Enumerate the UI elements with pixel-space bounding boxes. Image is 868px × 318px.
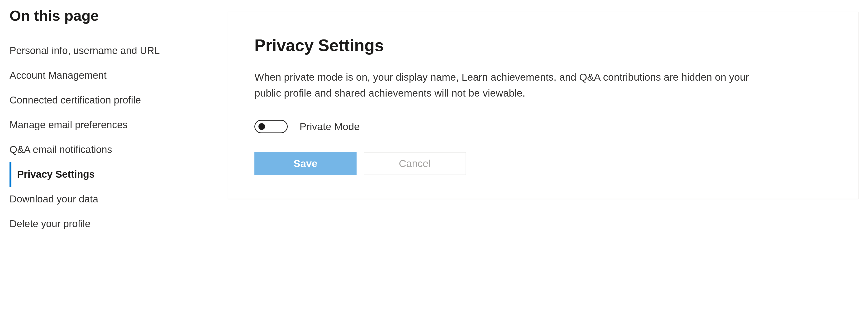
sidebar-item-email-preferences[interactable]: Manage email preferences <box>9 113 209 137</box>
on-this-page-nav: On this page Personal info, username and… <box>9 7 209 236</box>
toggle-knob-icon <box>258 123 265 130</box>
sidebar-link[interactable]: Connected certification profile <box>9 94 141 106</box>
sidebar-link[interactable]: Privacy Settings <box>17 169 95 180</box>
sidebar-item-personal-info[interactable]: Personal info, username and URL <box>9 38 209 63</box>
sidebar-link[interactable]: Delete your profile <box>9 218 91 229</box>
sidebar-link[interactable]: Account Management <box>9 70 107 81</box>
sidebar-item-delete-profile[interactable]: Delete your profile <box>9 211 209 236</box>
card-title: Privacy Settings <box>254 36 832 55</box>
private-mode-row: Private Mode <box>254 120 832 133</box>
sidebar-link[interactable]: Personal info, username and URL <box>9 45 160 56</box>
sidebar-item-qa-email-notifications[interactable]: Q&A email notifications <box>9 137 209 162</box>
sidebar-list: Personal info, username and URL Account … <box>9 38 209 236</box>
sidebar-link[interactable]: Download your data <box>9 193 98 205</box>
private-mode-label: Private Mode <box>300 121 360 133</box>
sidebar-item-connected-certification[interactable]: Connected certification profile <box>9 88 209 113</box>
sidebar-item-account-management[interactable]: Account Management <box>9 63 209 88</box>
sidebar-title: On this page <box>9 7 209 24</box>
private-mode-toggle[interactable] <box>254 120 288 133</box>
card-description: When private mode is on, your display na… <box>254 69 777 101</box>
sidebar-link[interactable]: Q&A email notifications <box>9 144 112 155</box>
privacy-settings-card: Privacy Settings When private mode is on… <box>228 12 859 199</box>
sidebar-item-privacy-settings[interactable]: Privacy Settings <box>9 162 209 187</box>
save-button[interactable]: Save <box>254 152 356 175</box>
sidebar-item-download-data[interactable]: Download your data <box>9 187 209 211</box>
button-row: Save Cancel <box>254 152 832 175</box>
cancel-button[interactable]: Cancel <box>364 152 466 175</box>
sidebar-link[interactable]: Manage email preferences <box>9 119 128 131</box>
